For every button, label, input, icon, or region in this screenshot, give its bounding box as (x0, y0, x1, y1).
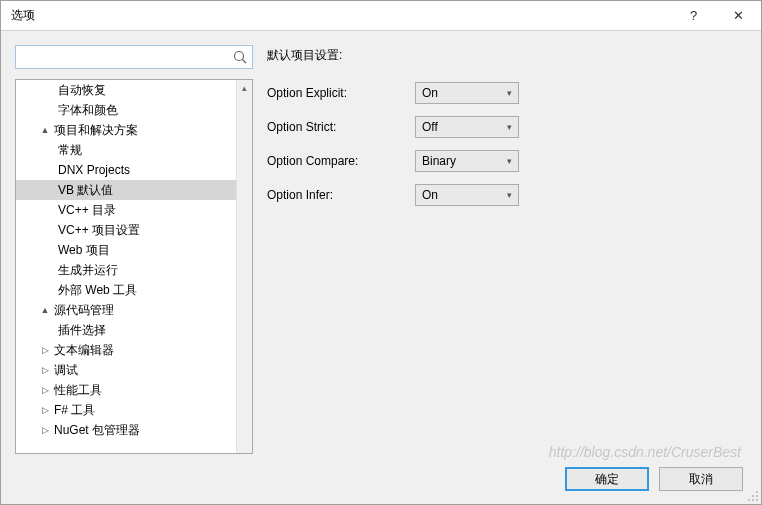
tree-item[interactable]: ▲源代码管理 (16, 300, 236, 320)
svg-point-0 (235, 52, 244, 61)
tree-item[interactable]: 生成并运行 (16, 260, 236, 280)
collapse-icon[interactable]: ▲ (38, 305, 52, 315)
tree-item-label: 项目和解决方案 (52, 122, 138, 139)
search-icon (232, 49, 248, 65)
tree-item-label: 自动恢复 (56, 82, 106, 99)
select-value: Binary (422, 154, 456, 168)
setting-label: Option Compare: (267, 154, 415, 168)
ok-button[interactable]: 确定 (565, 467, 649, 491)
tree-item[interactable]: 字体和颜色 (16, 100, 236, 120)
select-value: Off (422, 120, 438, 134)
tree-item-label: VC++ 目录 (56, 202, 116, 219)
tree-item[interactable]: ▷F# 工具 (16, 400, 236, 420)
search-box[interactable] (15, 45, 253, 69)
dialog-footer: 确定 取消 (1, 454, 761, 504)
tree-item[interactable]: ▷文本编辑器 (16, 340, 236, 360)
setting-row: Option Compare:Binary▾ (267, 150, 747, 172)
tree-item-label: 生成并运行 (56, 262, 118, 279)
setting-select[interactable]: On▾ (415, 82, 519, 104)
tree-item[interactable]: VB 默认值 (16, 180, 236, 200)
tree-item[interactable]: Web 项目 (16, 240, 236, 260)
chevron-down-icon: ▾ (507, 190, 512, 200)
tree-item[interactable]: ▷性能工具 (16, 380, 236, 400)
tree-item-label: VC++ 项目设置 (56, 222, 140, 239)
svg-point-2 (756, 491, 758, 493)
expand-icon[interactable]: ▷ (38, 365, 52, 375)
tree-item[interactable]: ▷调试 (16, 360, 236, 380)
tree-item-label: 插件选择 (56, 322, 106, 339)
tree-item-label: F# 工具 (52, 402, 95, 419)
tree-item[interactable]: ▷NuGet 包管理器 (16, 420, 236, 440)
titlebar: 选项 ? ✕ (1, 1, 761, 31)
svg-point-6 (752, 499, 754, 501)
select-value: On (422, 86, 438, 100)
tree-item[interactable]: 自动恢复 (16, 80, 236, 100)
svg-point-3 (752, 495, 754, 497)
setting-select[interactable]: Off▾ (415, 116, 519, 138)
cancel-button[interactable]: 取消 (659, 467, 743, 491)
setting-label: Option Infer: (267, 188, 415, 202)
tree-item-label: 性能工具 (52, 382, 102, 399)
svg-point-7 (756, 499, 758, 501)
svg-point-5 (748, 499, 750, 501)
select-value: On (422, 188, 438, 202)
expand-icon[interactable]: ▷ (38, 425, 52, 435)
left-pane: 自动恢复字体和颜色▲项目和解决方案常规DNX ProjectsVB 默认值VC+… (15, 45, 253, 454)
tree-item[interactable]: ▲项目和解决方案 (16, 120, 236, 140)
chevron-down-icon: ▾ (507, 122, 512, 132)
expand-icon[interactable]: ▷ (38, 405, 52, 415)
close-button[interactable]: ✕ (716, 1, 761, 31)
setting-select[interactable]: On▾ (415, 184, 519, 206)
tree-item-label: VB 默认值 (56, 182, 113, 199)
right-pane: 默认项目设置: Option Explicit:On▾Option Strict… (267, 45, 747, 454)
tree-item[interactable]: VC++ 目录 (16, 200, 236, 220)
category-tree[interactable]: 自动恢复字体和颜色▲项目和解决方案常规DNX ProjectsVB 默认值VC+… (16, 80, 236, 453)
scroll-up-icon[interactable]: ▴ (237, 80, 252, 96)
tree-item-label: 常规 (56, 142, 82, 159)
tree-item[interactable]: 插件选择 (16, 320, 236, 340)
collapse-icon[interactable]: ▲ (38, 125, 52, 135)
tree-item[interactable]: DNX Projects (16, 160, 236, 180)
tree-item-label: 源代码管理 (52, 302, 114, 319)
expand-icon[interactable]: ▷ (38, 385, 52, 395)
chevron-down-icon: ▾ (507, 88, 512, 98)
settings-heading: 默认项目设置: (267, 47, 747, 64)
search-input[interactable] (20, 47, 232, 67)
tree-item-label: NuGet 包管理器 (52, 422, 140, 439)
options-dialog: 选项 ? ✕ 自动恢复字体和颜色▲项目和解决方案常规DNX ProjectsVB… (0, 0, 762, 505)
tree-item[interactable]: VC++ 项目设置 (16, 220, 236, 240)
tree-item-label: DNX Projects (56, 163, 130, 177)
setting-select[interactable]: Binary▾ (415, 150, 519, 172)
tree-scrollbar[interactable]: ▴ (236, 80, 252, 453)
help-button[interactable]: ? (671, 1, 716, 31)
window-title: 选项 (11, 7, 671, 24)
tree-item[interactable]: 外部 Web 工具 (16, 280, 236, 300)
expand-icon[interactable]: ▷ (38, 345, 52, 355)
setting-label: Option Explicit: (267, 86, 415, 100)
setting-row: Option Infer:On▾ (267, 184, 747, 206)
tree-item-label: 外部 Web 工具 (56, 282, 137, 299)
settings-form: Option Explicit:On▾Option Strict:Off▾Opt… (267, 82, 747, 206)
tree-item-label: 字体和颜色 (56, 102, 118, 119)
category-tree-container: 自动恢复字体和颜色▲项目和解决方案常规DNX ProjectsVB 默认值VC+… (15, 79, 253, 454)
setting-label: Option Strict: (267, 120, 415, 134)
resize-grip-icon[interactable] (747, 490, 759, 502)
setting-row: Option Strict:Off▾ (267, 116, 747, 138)
setting-row: Option Explicit:On▾ (267, 82, 747, 104)
svg-point-4 (756, 495, 758, 497)
chevron-down-icon: ▾ (507, 156, 512, 166)
dialog-body: 自动恢复字体和颜色▲项目和解决方案常规DNX ProjectsVB 默认值VC+… (1, 31, 761, 454)
tree-item-label: Web 项目 (56, 242, 110, 259)
tree-item[interactable]: 常规 (16, 140, 236, 160)
tree-item-label: 调试 (52, 362, 78, 379)
tree-item-label: 文本编辑器 (52, 342, 114, 359)
svg-line-1 (243, 60, 247, 64)
